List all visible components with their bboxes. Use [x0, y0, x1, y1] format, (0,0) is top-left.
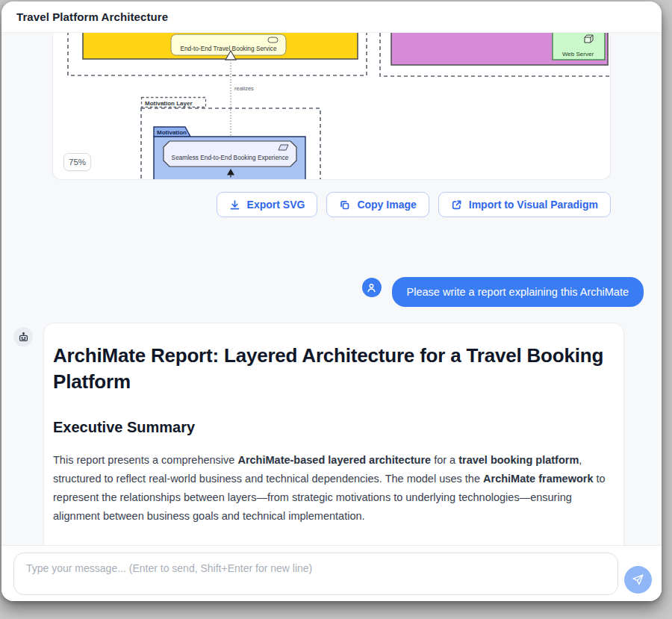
relationship-label: realizes [234, 85, 254, 92]
paragraph-segment-bold: ArchiMate framework [483, 473, 593, 485]
download-icon [229, 199, 240, 211]
paragraph-segment-bold: ArchiMate-based layered architecture [237, 454, 431, 466]
chat-scroll-area[interactable]: End-to-End Travel Booking Service realiz… [1, 33, 662, 545]
app-window: Travel Platform Architecture End-to-End … [1, 1, 662, 601]
report-paragraph: This report presents a comprehensive Arc… [53, 451, 615, 526]
motivation-layer-label: Motivation Layer [145, 100, 193, 107]
window-header: Travel Platform Architecture [1, 1, 662, 33]
zoom-level-badge: 75% [63, 153, 91, 171]
composer-bar [1, 545, 662, 601]
archimate-diagram-canvas[interactable]: End-to-End Travel Booking Service realiz… [53, 33, 611, 180]
application-service-label: End-to-End Travel Booking Service [180, 45, 277, 52]
export-svg-button[interactable]: Export SVG [217, 192, 318, 217]
import-visual-paradigm-label: Import to Visual Paradigm [469, 199, 598, 211]
diagram-preview-card[interactable]: End-to-End Travel Booking Service realiz… [52, 33, 611, 180]
copy-icon [339, 199, 350, 211]
desktop-background: Travel Platform Architecture End-to-End … [0, 0, 672, 619]
person-icon [365, 281, 378, 294]
page-title: Travel Platform Architecture [16, 10, 168, 23]
diagram-actions-toolbar: Export SVG Copy Image Import to Visual P… [217, 192, 611, 217]
copy-image-label: Copy Image [357, 199, 416, 211]
paragraph-segment-bold: travel booking platform [458, 454, 579, 466]
assistant-message-row: ArchiMate Report: Layered Architecture f… [13, 323, 624, 545]
paragraph-segment: This report presents a comprehensive [53, 454, 237, 466]
assistant-avatar [13, 327, 33, 346]
goal-label: Seamless End-to-End Booking Experience [172, 154, 289, 161]
report-title: ArchiMate Report: Layered Architecture f… [53, 343, 615, 395]
user-message-row: Please write a report explaining this Ar… [362, 277, 644, 307]
user-message-bubble: Please write a report explaining this Ar… [392, 277, 644, 307]
send-button[interactable] [624, 566, 652, 594]
user-avatar [362, 278, 382, 297]
assistant-report-card: ArchiMate Report: Layered Architecture f… [43, 323, 624, 545]
report-section-heading: Executive Summary [53, 419, 615, 436]
paragraph-segment: for a [431, 454, 458, 466]
send-icon [632, 573, 644, 586]
external-link-icon [451, 199, 462, 211]
import-visual-paradigm-button[interactable]: Import to Visual Paradigm [438, 192, 611, 217]
robot-icon [17, 331, 30, 343]
copy-image-button[interactable]: Copy Image [326, 192, 429, 217]
web-server-label: Web Server [562, 51, 594, 57]
message-input[interactable] [13, 553, 618, 595]
export-svg-label: Export SVG [247, 199, 305, 211]
motivation-tab-label: Motivation [157, 129, 187, 136]
